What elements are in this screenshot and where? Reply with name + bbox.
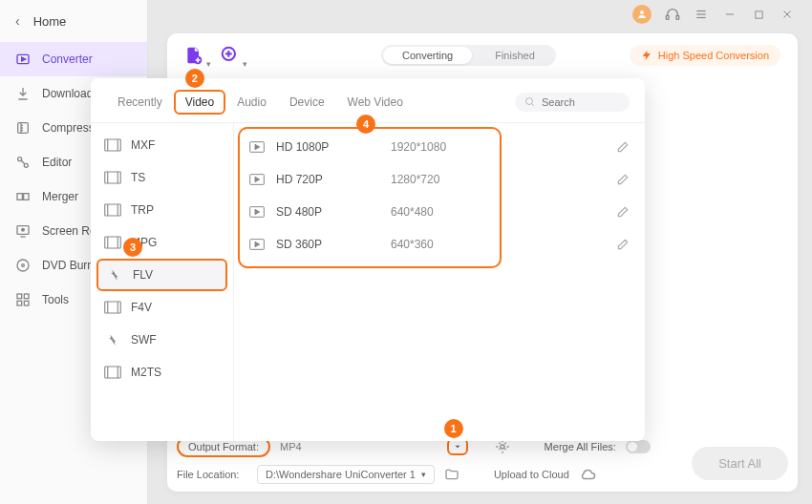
svg-rect-1 xyxy=(666,15,669,19)
tab-finished[interactable]: Finished xyxy=(474,45,556,66)
sidebar-item-label: Tools xyxy=(42,293,69,306)
avatar[interactable] xyxy=(632,5,652,24)
svg-line-15 xyxy=(21,160,25,164)
svg-point-0 xyxy=(640,10,644,14)
badge-2: 2 xyxy=(185,69,204,88)
category-swf[interactable]: SWF xyxy=(91,324,233,356)
screen-recorder-icon xyxy=(15,223,31,239)
sidebar-item-label: Converter xyxy=(42,52,93,66)
category-trp[interactable]: TRP xyxy=(91,194,233,226)
edit-preset-icon[interactable] xyxy=(616,140,630,154)
svg-rect-23 xyxy=(17,294,22,299)
merge-toggle[interactable] xyxy=(626,440,651,453)
svg-marker-57 xyxy=(255,242,260,246)
badge-1: 1 xyxy=(444,419,463,438)
badge-3: 3 xyxy=(123,238,142,257)
svg-point-30 xyxy=(526,98,533,105)
tools-icon xyxy=(15,292,31,307)
video-format-icon xyxy=(104,138,121,152)
edit-preset-icon[interactable] xyxy=(616,238,630,251)
svg-rect-7 xyxy=(755,10,761,17)
window-titlebar xyxy=(632,0,812,29)
close-button[interactable] xyxy=(780,7,795,22)
category-mpg[interactable]: MPG 3 xyxy=(91,226,233,259)
svg-rect-17 xyxy=(24,194,29,200)
flash-icon xyxy=(104,333,121,346)
svg-point-21 xyxy=(17,260,29,271)
home-label[interactable]: Home xyxy=(33,14,67,29)
preset-row[interactable]: HD 720P 1280*720 xyxy=(234,163,645,196)
editor-icon xyxy=(15,155,31,170)
converter-icon xyxy=(15,52,31,67)
tab-audio[interactable]: Audio xyxy=(225,90,278,115)
badge-4: 4 xyxy=(356,115,375,134)
video-format-icon xyxy=(104,236,121,249)
folder-open-icon[interactable] xyxy=(444,467,459,482)
dvd-icon xyxy=(15,258,31,273)
category-f4v[interactable]: F4V xyxy=(91,291,233,324)
status-tabs: Converting Finished xyxy=(381,45,556,66)
minimize-button[interactable] xyxy=(722,7,737,22)
file-location-select[interactable]: D:\Wondershare UniConverter 1 ▾ xyxy=(257,465,435,484)
flash-icon xyxy=(106,268,123,282)
maximize-button[interactable] xyxy=(751,7,766,22)
settings-icon[interactable] xyxy=(495,439,510,454)
tab-web-video[interactable]: Web Video xyxy=(336,90,415,115)
add-url-button[interactable]: ▾ xyxy=(221,46,240,65)
category-m2ts[interactable]: M2TS xyxy=(91,356,233,388)
add-file-button[interactable]: ▾ xyxy=(184,46,203,65)
highspeed-button[interactable]: High Speed Conversion xyxy=(630,45,780,66)
sidebar-item-label: Merger xyxy=(42,190,78,203)
search-input[interactable] xyxy=(542,96,618,108)
headset-icon[interactable] xyxy=(665,7,680,22)
tab-video[interactable]: Video 2 xyxy=(174,90,225,115)
bottom-bar: Output Format: MP4 1 Merge All Files: Fi… xyxy=(177,436,788,484)
cloud-icon[interactable] xyxy=(579,466,596,483)
tab-recently[interactable]: Recently xyxy=(106,90,174,115)
download-icon xyxy=(15,86,31,101)
menu-icon[interactable] xyxy=(694,7,709,22)
search-icon xyxy=(524,96,536,108)
svg-rect-25 xyxy=(17,301,22,305)
svg-point-19 xyxy=(22,228,25,231)
video-format-icon xyxy=(104,203,121,217)
back-button[interactable]: ‹ xyxy=(15,13,20,29)
edit-preset-icon[interactable] xyxy=(616,173,630,186)
svg-marker-55 xyxy=(255,209,260,214)
output-format-value: MP4 xyxy=(280,441,302,452)
video-format-icon xyxy=(104,171,121,184)
sidebar-item-label: Editor xyxy=(42,156,72,169)
svg-rect-26 xyxy=(24,301,29,305)
preset-row[interactable]: SD 360P 640*360 xyxy=(234,228,645,261)
video-format-icon xyxy=(104,366,121,379)
svg-point-22 xyxy=(22,264,25,267)
category-flv[interactable]: FLV xyxy=(96,259,227,291)
video-icon xyxy=(249,174,267,185)
edit-preset-icon[interactable] xyxy=(616,205,630,219)
svg-rect-2 xyxy=(676,15,679,19)
svg-rect-24 xyxy=(24,294,29,299)
category-ts[interactable]: TS xyxy=(91,161,233,194)
svg-marker-11 xyxy=(22,57,26,61)
video-icon xyxy=(249,141,267,153)
tab-device[interactable]: Device xyxy=(278,90,336,115)
search-wrap xyxy=(515,93,630,112)
compressor-icon xyxy=(15,120,31,136)
sidebar-header: ‹ Home xyxy=(0,0,147,42)
panel-tabs: Recently Video 2 Audio Device Web Video … xyxy=(91,78,645,123)
video-icon xyxy=(249,206,267,218)
tab-converting[interactable]: Converting xyxy=(383,47,472,64)
category-list: MXF TS TRP MPG 3 FLV F4V SWF M2TS xyxy=(91,123,234,441)
preset-list: HD 1080P 1920*1080 HD 720P 1280*720 SD 4… xyxy=(234,123,645,441)
preset-row[interactable]: SD 480P 640*480 xyxy=(234,196,645,228)
svg-marker-53 xyxy=(255,177,260,181)
merge-label: Merge All Files: xyxy=(545,441,616,452)
svg-point-29 xyxy=(501,445,504,449)
file-location-label: File Location: xyxy=(177,469,247,480)
start-all-button[interactable]: Start All xyxy=(692,447,788,480)
upload-label: Upload to Cloud xyxy=(494,469,569,480)
category-mxf[interactable]: MXF xyxy=(91,129,233,161)
sidebar-item-converter[interactable]: Converter xyxy=(0,42,147,76)
merger-icon xyxy=(15,189,31,204)
preset-row[interactable]: HD 1080P 1920*1080 xyxy=(234,131,645,163)
